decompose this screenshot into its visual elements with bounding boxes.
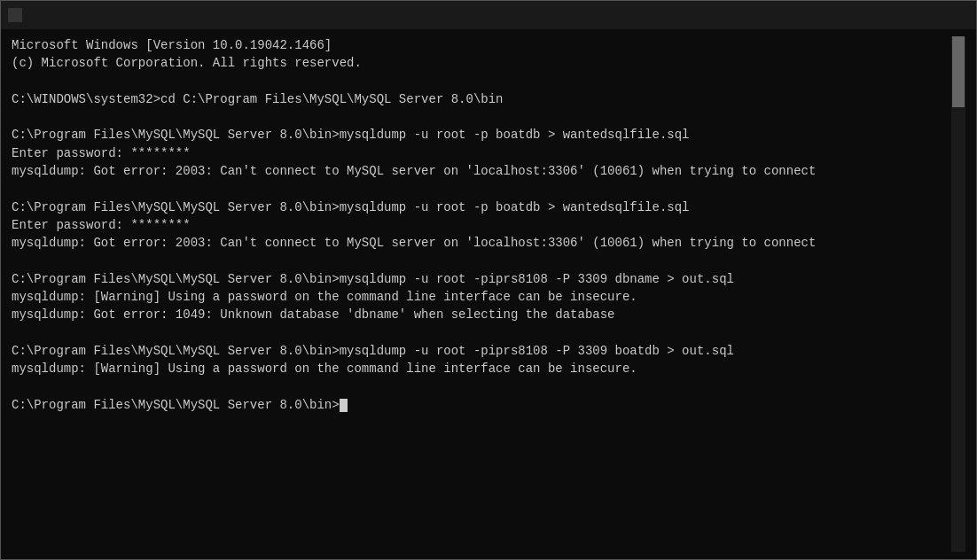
scrollbar[interactable] <box>951 36 965 552</box>
terminal-line <box>12 253 951 270</box>
terminal-line: C:\WINDOWS\system32>cd C:\Program Files\… <box>12 90 951 108</box>
terminal-line: mysqldump: Got error: 2003: Can't connec… <box>12 162 951 180</box>
command-prompt-window: Microsoft Windows [Version 10.0.19042.14… <box>0 0 977 560</box>
maximize-button[interactable] <box>887 1 928 29</box>
title-bar <box>1 1 976 29</box>
terminal-line: mysqldump: [Warning] Using a password on… <box>12 360 951 377</box>
terminal-line: mysqldump: Got error: 2003: Can't connec… <box>12 234 951 252</box>
terminal-content: Microsoft Windows [Version 10.0.19042.14… <box>12 36 951 552</box>
window-icon <box>8 8 22 22</box>
terminal-line: Enter password: ******** <box>12 144 951 162</box>
scrollbar-thumb[interactable] <box>952 36 965 107</box>
terminal-line <box>12 180 951 198</box>
terminal-line: (c) Microsoft Corporation. All rights re… <box>12 54 951 72</box>
close-button[interactable] <box>928 1 969 29</box>
terminal-line <box>12 73 951 90</box>
terminal-line <box>12 324 951 342</box>
terminal-line: mysqldump: [Warning] Using a password on… <box>12 288 951 306</box>
cursor <box>340 399 348 412</box>
terminal-line <box>12 108 951 126</box>
terminal-line: C:\Program Files\MySQL\MySQL Server 8.0\… <box>12 126 951 144</box>
terminal-line: Enter password: ******** <box>12 216 951 234</box>
terminal-line: C:\Program Files\MySQL\MySQL Server 8.0\… <box>12 342 951 360</box>
terminal-line: Microsoft Windows [Version 10.0.19042.14… <box>12 36 951 54</box>
terminal-line: C:\Program Files\MySQL\MySQL Server 8.0\… <box>12 198 951 216</box>
terminal-line: C:\Program Files\MySQL\MySQL Server 8.0\… <box>12 396 951 414</box>
title-bar-left <box>8 8 29 22</box>
minimize-button[interactable] <box>847 1 887 29</box>
window-controls <box>847 1 969 29</box>
terminal-line: C:\Program Files\MySQL\MySQL Server 8.0\… <box>12 270 951 288</box>
terminal-body[interactable]: Microsoft Windows [Version 10.0.19042.14… <box>1 29 976 559</box>
terminal-line <box>12 378 951 396</box>
terminal-line: mysqldump: Got error: 1049: Unknown data… <box>12 306 951 323</box>
